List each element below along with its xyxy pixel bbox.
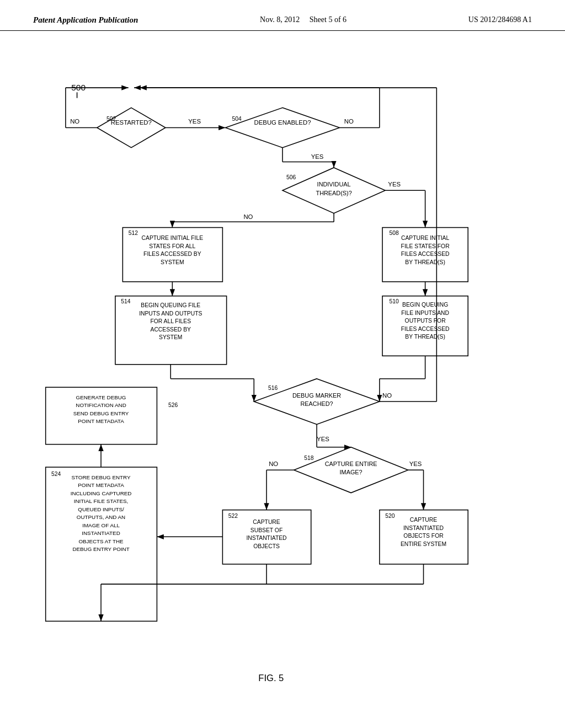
node-510-num: 510 bbox=[389, 298, 398, 304]
flowchart-svg: 500 RESTARTED? 502 DEBUG ENABLED? 504 YE… bbox=[0, 36, 565, 698]
node-516-num: 516 bbox=[268, 385, 278, 391]
node-504-num: 504 bbox=[232, 116, 242, 122]
node-518-label2: IMAGE? bbox=[340, 469, 363, 475]
node-514-num: 514 bbox=[121, 298, 130, 304]
node-522-label1: CAPTURE bbox=[253, 519, 280, 525]
node-524-label7: IMAGE OF ALL bbox=[82, 522, 120, 528]
node-508-label2: FILE STATES FOR bbox=[401, 243, 450, 249]
label-no-506: NO bbox=[243, 213, 253, 220]
node-512-label2: STATES FOR ALL bbox=[149, 243, 195, 249]
label-no-518: NO bbox=[269, 461, 278, 467]
node-524-label5: QUEUED INPUTS/ bbox=[78, 506, 124, 512]
node-510-label2: FILE INPUTS AND bbox=[401, 310, 449, 316]
node-524-label1: STORE DEBUG ENTRY bbox=[72, 474, 131, 480]
header-center: Nov. 8, 2012 Sheet 5 of 6 bbox=[260, 15, 347, 24]
node-514-label4: ACCESSED BY bbox=[151, 326, 191, 333]
node-512-num: 512 bbox=[129, 230, 138, 236]
node-524-label2: POINT METADATA bbox=[78, 482, 124, 488]
node-526-label1: GENERATE DEBUG bbox=[76, 394, 126, 400]
node-518-label1: CAPTURE ENTIRE bbox=[325, 461, 377, 467]
node-514-label2: INPUTS AND OUTPUTS bbox=[139, 311, 202, 317]
node-512-label1: CAPTURE INITIAL FILE bbox=[142, 235, 204, 241]
node-510-label3: OUTPUTS FOR bbox=[405, 318, 446, 324]
node-524-label9: OBJECTS AT THE bbox=[78, 538, 124, 544]
patent-number: US 2012/284698 A1 bbox=[468, 15, 532, 24]
node-512-label3: FILES ACCESSED BY bbox=[143, 251, 201, 257]
node-514-label1: BEGIN QUEUING FILE bbox=[141, 302, 200, 308]
node-522-label4: OBJECTS bbox=[253, 543, 280, 549]
node-504-label: DEBUG ENABLED? bbox=[254, 119, 311, 126]
node-508-label1: CAPTURE INITIAL bbox=[401, 235, 449, 241]
page-header: Patent Application Publication Nov. 8, 2… bbox=[0, 0, 565, 31]
node-518-num: 518 bbox=[304, 455, 313, 461]
diagram-area: 500 RESTARTED? 502 DEBUG ENABLED? 504 YE… bbox=[0, 36, 565, 698]
label-no-504: NO bbox=[344, 118, 354, 125]
node-524-num: 524 bbox=[51, 471, 61, 477]
node-502-label: RESTARTED? bbox=[111, 119, 152, 126]
label-yes-502: YES bbox=[188, 118, 201, 125]
label-yes-516: YES bbox=[317, 436, 329, 442]
node-522-label2: SUBSET OF bbox=[250, 527, 282, 533]
node-524-label4: INITIAL FILE STATES, bbox=[74, 498, 129, 504]
node-516-label1: DEBUG MARKER bbox=[292, 392, 341, 399]
node-524-label10: DEBUG ENTRY POINT bbox=[72, 546, 129, 552]
node-514-label3: FOR ALL FILES bbox=[150, 318, 191, 324]
node-524-label8: INSTANTIATED bbox=[82, 530, 120, 536]
node-520-label1: CAPTURE bbox=[410, 517, 437, 523]
node-510-label4: FILES ACCESSED bbox=[401, 326, 450, 332]
node-506-label1: INDIVIDUAL bbox=[317, 181, 351, 188]
node-526-num: 526 bbox=[168, 402, 178, 408]
node-510-label1: BEGIN QUEUING bbox=[402, 302, 448, 308]
node-512-label4: SYSTEM bbox=[161, 259, 184, 265]
fig-label: FIG. 5 bbox=[258, 673, 284, 683]
node-510-label5: BY THREAD(S) bbox=[405, 334, 445, 340]
node-520-label4: ENTIRE SYSTEM bbox=[401, 541, 446, 547]
node-508-label4: BY THREAD(S) bbox=[405, 259, 445, 265]
node-506-num: 506 bbox=[286, 174, 296, 180]
node-506-label2: THREAD(S)? bbox=[316, 190, 352, 196]
node-516-label2: REACHED? bbox=[300, 400, 333, 407]
node-520-label3: OBJECTS FOR bbox=[403, 533, 443, 539]
node-524-label6: OUTPUTS, AND AN bbox=[77, 514, 125, 520]
label-yes-518: YES bbox=[409, 461, 422, 467]
node-526-label3: SEND DEBUG ENTRY bbox=[73, 410, 129, 416]
label-no-502: NO bbox=[70, 118, 79, 125]
label-no-516: NO bbox=[382, 392, 392, 399]
label-yes-506: YES bbox=[388, 181, 401, 188]
node-520-label2: INSTANTIATED bbox=[403, 525, 444, 531]
node-502-num: 502 bbox=[106, 116, 116, 122]
node-508-num: 508 bbox=[389, 230, 398, 236]
label-yes-504: YES bbox=[311, 153, 324, 160]
node-520-num: 520 bbox=[385, 513, 395, 519]
publication-label: Patent Application Publication bbox=[33, 15, 138, 25]
sheet-info: Sheet 5 of 6 bbox=[310, 15, 347, 24]
node-526-label2: NOTIFICATION AND bbox=[76, 402, 126, 408]
node-522-label3: INSTANTIATED bbox=[247, 535, 287, 541]
node-508-label3: FILES ACCESSED bbox=[401, 251, 450, 257]
node-522-num: 522 bbox=[228, 513, 238, 519]
node-514-label5: SYSTEM bbox=[159, 334, 182, 340]
node-524-label3: INCLUDING CAPTURED bbox=[71, 490, 132, 496]
node-526-label4: POINT METADATA bbox=[78, 418, 124, 424]
node-504-diamond bbox=[226, 108, 340, 147]
node-502-diamond bbox=[97, 108, 166, 147]
pub-date: Nov. 8, 2012 bbox=[260, 15, 300, 24]
